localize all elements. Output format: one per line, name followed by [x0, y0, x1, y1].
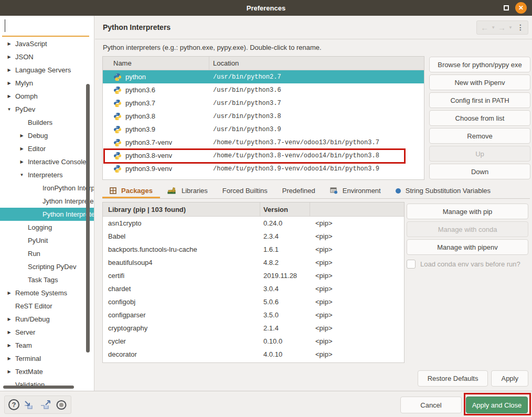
chevron-right-icon[interactable]: ▶ [19, 133, 25, 138]
forward-arrow-icon[interactable]: → [498, 24, 506, 31]
chevron-right-icon[interactable]: ▶ [6, 330, 12, 335]
tree-item-interpreters[interactable]: ▼Interpreters [0, 168, 94, 181]
interpreter-row-python3-8-venv[interactable]: python3.8-venv/home/tu/python3.8-venv/od… [103, 149, 424, 162]
help-icon[interactable]: ? [8, 399, 19, 410]
tree-item-interactive-console[interactable]: ▶Interactive Console [0, 155, 94, 168]
chevron-right-icon[interactable]: ▶ [6, 94, 12, 99]
export-icon[interactable] [39, 400, 52, 410]
chevron-right-icon[interactable]: ▶ [6, 291, 12, 295]
tree-item-validation[interactable]: Validation [0, 378, 94, 391]
tab-environment[interactable]: Environment [323, 185, 388, 198]
tree-item-server[interactable]: ▶Server [0, 326, 94, 339]
back-menu-icon[interactable]: ▼ [491, 25, 495, 30]
tree-item-json[interactable]: ▶JSON [0, 50, 94, 63]
up-button[interactable]: Up [429, 146, 530, 162]
package-row-certifi[interactable]: certifi2019.11.28<pip> [103, 269, 404, 282]
package-row-decorator[interactable]: decorator4.0.10<pip> [103, 348, 404, 361]
column-header-location[interactable]: Location [209, 59, 424, 67]
package-row-chardet[interactable]: chardet3.0.4<pip> [103, 282, 404, 295]
chevron-down-icon[interactable]: ▼ [6, 107, 12, 112]
tree-item-pyunit[interactable]: PyUnit [0, 234, 94, 247]
tree-item-rest-editor[interactable]: ReST Editor [0, 300, 94, 313]
down-button[interactable]: Down [429, 164, 530, 179]
browse-for-python-pypy-exe-button[interactable]: Browse for python/pypy exe [429, 57, 530, 72]
interpreter-row-python3-8[interactable]: python3.8/usr/bin/python3.8 [103, 110, 424, 123]
chevron-down-icon[interactable]: ▼ [19, 173, 25, 177]
tree-item-textmate[interactable]: ▶TextMate [0, 365, 94, 378]
tree-item-oomph[interactable]: ▶Oomph [0, 90, 94, 103]
maximize-icon[interactable] [504, 5, 509, 10]
column-header-name[interactable]: Name [103, 57, 209, 70]
chevron-right-icon[interactable]: ▶ [6, 81, 12, 85]
interpreter-row-python3-7-venv[interactable]: python3.7-venv/home/tu/python3.7-venv/od… [103, 136, 424, 149]
tree-item-run-debug[interactable]: ▶Run/Debug [0, 313, 94, 326]
apply-button[interactable]: Apply [491, 370, 528, 387]
tree-item-ironpython-interpreters[interactable]: IronPython Interpreters [0, 181, 94, 195]
package-row-configobj[interactable]: configobj5.0.6<pip> [103, 295, 404, 308]
package-row-backports-functools-lru-cache[interactable]: backports.functools-lru-cache1.6.1<pip> [103, 243, 404, 256]
package-row-cycler[interactable]: cycler0.10.0<pip> [103, 335, 404, 348]
tree-item-remote-systems[interactable]: ▶Remote Systems [0, 286, 94, 300]
chevron-right-icon[interactable]: ▶ [6, 343, 12, 348]
close-icon[interactable]: ✕ [515, 2, 527, 14]
tree-item-run[interactable]: Run [0, 247, 94, 260]
interpreter-row-python3-9-venv[interactable]: python3.9-venv/home/tu/python3.9-venv/od… [103, 162, 424, 175]
interpreter-row-python[interactable]: python/usr/bin/python2.7 [103, 70, 424, 83]
chevron-right-icon[interactable]: ▶ [6, 68, 12, 72]
tab-predefined[interactable]: Predefined [275, 185, 323, 198]
choose-from-list-button[interactable]: Choose from list [429, 110, 530, 126]
cancel-button[interactable]: Cancel [400, 397, 462, 413]
tree-item-mylyn[interactable]: ▶Mylyn [0, 77, 94, 90]
tree-item-team[interactable]: ▶Team [0, 339, 94, 352]
chevron-right-icon[interactable]: ▶ [19, 159, 25, 164]
manage-with-pipenv-button[interactable]: Manage with pipenv [407, 239, 528, 255]
forward-menu-icon[interactable]: ▼ [508, 25, 513, 30]
view-menu-icon[interactable]: ⋮ [517, 23, 524, 31]
package-row-beautifulsoup4[interactable]: beautifulsoup44.8.2<pip> [103, 256, 404, 269]
package-row-configparser[interactable]: configparser3.5.0<pip> [103, 308, 404, 322]
sidebar-vertical-scrollbar[interactable] [86, 84, 90, 352]
back-arrow-icon[interactable]: ← [481, 24, 488, 31]
tree-item-terminal[interactable]: ▶Terminal [0, 352, 94, 365]
package-row-asn1crypto[interactable]: asn1crypto0.24.0<pip> [103, 217, 404, 230]
tree-item-debug[interactable]: ▶Debug [0, 129, 94, 142]
tree-item-logging[interactable]: Logging [0, 221, 94, 234]
oval-icon[interactable] [56, 400, 67, 410]
tab-packages[interactable]: Packages [102, 185, 160, 198]
import-icon[interactable] [23, 400, 36, 410]
tab-libraries[interactable]: Libraries [160, 185, 215, 198]
chevron-right-icon[interactable]: ▶ [6, 41, 12, 46]
tree-item-pydev[interactable]: ▼PyDev [0, 103, 94, 116]
chevron-right-icon[interactable]: ▶ [19, 146, 25, 151]
tree-item-javascript[interactable]: ▶JavaScript [0, 37, 94, 50]
tree-item-python-interpreters[interactable]: Python Interpreters [0, 208, 94, 221]
tree-item-jython-interpreters[interactable]: Jython Interpreters [0, 195, 94, 208]
chevron-right-icon[interactable]: ▶ [6, 369, 12, 374]
chevron-right-icon[interactable]: ▶ [6, 317, 12, 322]
manage-with-pip-button[interactable]: Manage with pip [407, 204, 528, 219]
filter-input[interactable] [0, 16, 94, 36]
conda-env-checkbox[interactable] [407, 260, 416, 269]
column-header-library[interactable]: Library (pip | 103 found) [103, 202, 260, 216]
tab-string-substitution-variables[interactable]: String Substitution Variables [388, 185, 498, 198]
tab-forced-builtins[interactable]: Forced Builtins [215, 185, 275, 198]
apply-and-close-button[interactable]: Apply and Close [466, 397, 528, 413]
tree-item-editor[interactable]: ▶Editor [0, 142, 94, 155]
package-row-babel[interactable]: Babel2.3.4<pip> [103, 230, 404, 243]
tree-item-builders[interactable]: Builders [0, 116, 94, 129]
interpreter-row-python3-9[interactable]: python3.9/usr/bin/python3.9 [103, 123, 424, 136]
sidebar-horizontal-scrollbar[interactable] [3, 386, 74, 389]
tree-item-task-tags[interactable]: Task Tags [0, 273, 94, 286]
config-first-in-path-button[interactable]: Config first in PATH [429, 92, 530, 108]
column-header-version[interactable]: Version [260, 202, 310, 216]
package-row-cryptography[interactable]: cryptography2.1.4<pip> [103, 322, 404, 335]
chevron-right-icon[interactable]: ▶ [6, 356, 12, 361]
interpreter-row-python3-7[interactable]: python3.7/usr/bin/python3.7 [103, 97, 424, 110]
chevron-right-icon[interactable]: ▶ [6, 55, 12, 59]
tree-item-language-servers[interactable]: ▶Language Servers [0, 63, 94, 77]
restore-defaults-button[interactable]: Restore Defaults [418, 370, 488, 387]
interpreter-row-python3-6[interactable]: python3.6/usr/bin/python3.6 [103, 83, 424, 97]
manage-with-conda-button[interactable]: Manage with conda [407, 221, 528, 237]
remove-button[interactable]: Remove [429, 128, 530, 144]
tree-item-scripting-pydev[interactable]: Scripting PyDev [0, 260, 94, 273]
